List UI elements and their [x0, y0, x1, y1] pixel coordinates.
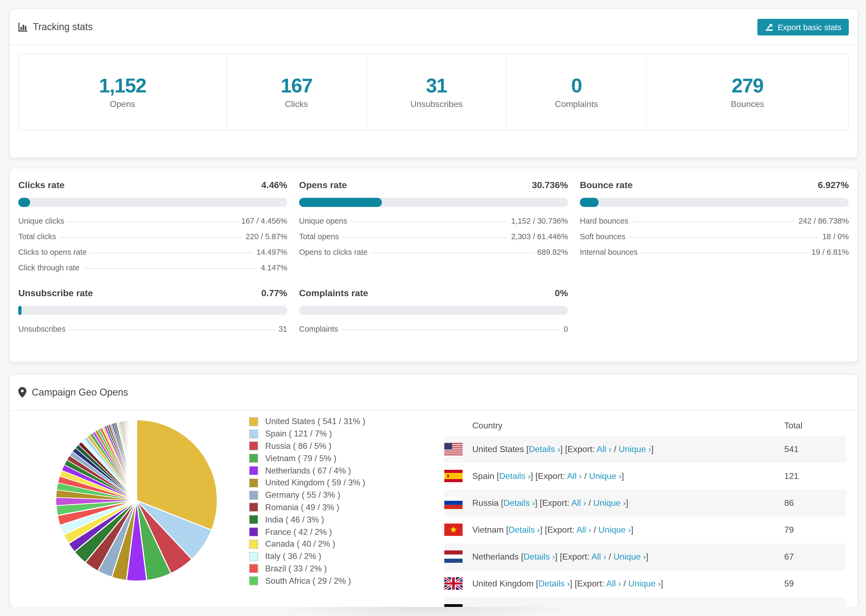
export-unique-link[interactable]: Unique ›: [628, 579, 661, 588]
export-all-link[interactable]: All ›: [576, 525, 591, 534]
detail-label: Unique opens: [299, 217, 347, 225]
bracket: ] [: [555, 552, 562, 561]
export-all-link[interactable]: All ›: [606, 579, 621, 588]
export-all-link[interactable]: All ›: [567, 471, 582, 481]
export-prefix: Export:: [577, 579, 606, 588]
export-unique-link[interactable]: Unique ›: [598, 525, 631, 534]
export-unique-link[interactable]: Unique ›: [614, 552, 646, 561]
detail-label: Click through rate: [18, 263, 79, 272]
legend-label: Russia ( 86 / 5% ): [265, 441, 331, 451]
dotted-leader: [351, 222, 507, 222]
country-cell: Russia [Details ›] [Export: All › / Uniq…: [472, 498, 628, 508]
rate-progress-fill: [18, 306, 22, 315]
export-all-link[interactable]: All ›: [571, 498, 586, 508]
legend-swatch-icon: [249, 417, 258, 426]
legend-swatch-icon: [249, 515, 258, 524]
page-title: Tracking stats: [33, 21, 93, 33]
separator: /: [582, 471, 589, 481]
legend-swatch-icon: [249, 564, 258, 573]
geo-header-divider: [10, 410, 857, 411]
legend-swatch-icon: [249, 552, 258, 561]
pie-legend: United States ( 541 / 31% )Spain ( 121 /…: [249, 415, 365, 587]
legend-swatch-icon: [249, 454, 258, 463]
geo-pie-chart: [53, 417, 220, 584]
legend-label: South Africa ( 29 / 2% ): [265, 576, 351, 586]
legend-item: Russia ( 86 / 5% ): [249, 440, 365, 452]
legend-swatch-icon: [249, 429, 258, 438]
export-prefix: Export:: [542, 498, 572, 508]
detail-value: 19 / 6.81%: [811, 248, 849, 256]
rate-column-clicks-rate: Clicks rate4.46%Unique clicks167 / 4.456…: [18, 180, 287, 272]
details-link[interactable]: Details ›: [538, 579, 570, 588]
bracket: [: [526, 445, 529, 454]
flag-ru-icon: [444, 497, 463, 509]
rate-detail-row: Internal bounces19 / 6.81%: [580, 248, 849, 256]
export-prefix: Export:: [567, 445, 597, 454]
export-unique-link[interactable]: Unique ›: [589, 471, 622, 481]
legend-swatch-icon: [249, 442, 258, 451]
legend-label: United States ( 541 / 31% ): [265, 417, 365, 426]
legend-item: India ( 46 / 3% ): [249, 514, 365, 526]
flag-us-icon: [444, 443, 463, 455]
table-row-vn: Vietnam [Details ›] [Export: All › / Uni…: [444, 517, 846, 544]
legend-label: Germany ( 55 / 3% ): [265, 490, 340, 500]
detail-label: Internal bounces: [580, 248, 638, 256]
legend-swatch-icon: [249, 527, 258, 536]
bracket: ]: [651, 445, 653, 454]
separator: /: [612, 445, 619, 454]
details-link[interactable]: Details ›: [499, 471, 531, 481]
rate-title: Unsubscribe rate: [18, 288, 93, 299]
rate-detail-row: Opens to clicks rate689.82%: [299, 248, 568, 256]
details-link[interactable]: Details ›: [504, 498, 535, 508]
geo-header: Campaign Geo Opens: [10, 375, 857, 410]
rate-heading: Complaints rate0%: [299, 288, 568, 299]
dotted-leader: [342, 330, 560, 330]
export-all-link[interactable]: All ›: [597, 445, 611, 454]
country-name: United Kingdom: [472, 579, 536, 588]
rate-detail-row: Complaints0: [299, 325, 568, 333]
geo-table: Country Total United States [Details ›] …: [444, 416, 846, 607]
legend-label: France ( 42 / 2% ): [265, 527, 332, 537]
dotted-leader: [60, 237, 242, 237]
rates-card: Clicks rate4.46%Unique clicks167 / 4.456…: [9, 168, 858, 362]
export-all-link[interactable]: All ›: [591, 552, 606, 561]
details-link[interactable]: Details ›: [523, 552, 555, 561]
stat-box-bounces: 279Bounces: [646, 54, 848, 130]
export-prefix: Export:: [547, 525, 576, 534]
stat-label: Complaints: [555, 100, 598, 109]
details-link[interactable]: Details ›: [509, 525, 540, 534]
stat-label: Unsubscribes: [410, 100, 463, 109]
export-unique-link[interactable]: Unique ›: [593, 498, 626, 508]
dotted-leader: [83, 268, 257, 269]
rate-title: Clicks rate: [18, 180, 65, 191]
pie-slice-other: [136, 420, 137, 500]
dotted-leader: [632, 222, 795, 222]
rate-detail-row: Unsubscribes31: [18, 325, 287, 333]
country-name: Netherlands: [472, 552, 521, 561]
geo-table-header-row: Country Total: [444, 416, 846, 436]
details-link[interactable]: Details ›: [529, 445, 560, 454]
rate-progress-bar: [18, 306, 287, 315]
table-row-ru: Russia [Details ›] [Export: All › / Uniq…: [444, 490, 846, 517]
export-icon: [765, 23, 773, 31]
export-basic-stats-button[interactable]: Export basic stats: [757, 19, 849, 35]
header-divider: [10, 45, 857, 45]
detail-value: 689.82%: [537, 248, 568, 256]
rate-detail-row: Total opens2,303 / 61.446%: [299, 232, 568, 241]
export-unique-link[interactable]: Unique ›: [619, 445, 651, 454]
bracket: ]: [661, 579, 663, 588]
flag-nl-icon: [444, 550, 463, 563]
rate-progress-bar: [299, 198, 568, 207]
rate-column-opens-rate: Opens rate30.736%Unique opens1,152 / 30.…: [299, 180, 568, 272]
rate-detail-rows: Complaints0: [299, 325, 568, 333]
legend-item: South Africa ( 29 / 2% ): [249, 575, 365, 587]
rate-progress-fill: [580, 198, 598, 207]
rate-column-complaints-rate: Complaints rate0%Complaints0: [299, 288, 568, 333]
detail-label: Unique clicks: [18, 217, 64, 225]
detail-value: 220 / 5.87%: [246, 232, 287, 241]
rate-progress-fill: [299, 198, 382, 207]
legend-label: India ( 46 / 3% ): [265, 515, 324, 525]
stat-box-unsubscribes: 31Unsubscribes: [366, 54, 506, 130]
legend-label: Vietnam ( 79 / 5% ): [265, 454, 337, 464]
rate-title: Complaints rate: [299, 288, 368, 299]
